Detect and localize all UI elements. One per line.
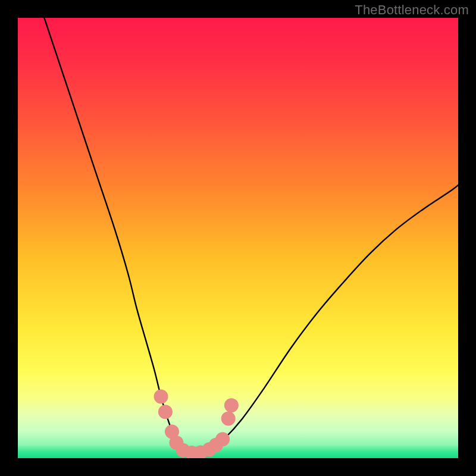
watermark-text: TheBottleneck.com (355, 2, 469, 18)
plot-area (18, 18, 458, 458)
background-gradient (18, 18, 458, 458)
svg-rect-0 (18, 18, 458, 458)
outer-frame: TheBottleneck.com (0, 0, 476, 476)
